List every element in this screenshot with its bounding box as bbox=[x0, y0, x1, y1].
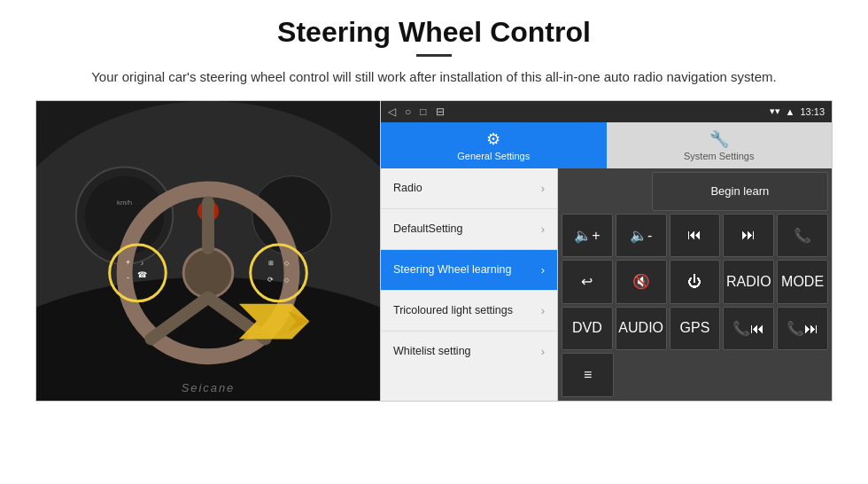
tab-bar: ⚙ General Settings 🔧 System Settings bbox=[381, 122, 832, 168]
prev-track-button[interactable]: ⏮ bbox=[670, 214, 721, 258]
chevron-icon: › bbox=[541, 263, 545, 277]
phone-next-icon: 📞⏭ bbox=[787, 320, 818, 337]
screen-icon[interactable]: ⊟ bbox=[436, 105, 445, 118]
chevron-icon: › bbox=[541, 222, 545, 236]
menu-icon: ≡ bbox=[584, 367, 592, 383]
mode-button[interactable]: MODE bbox=[777, 260, 828, 304]
menu-list: Radio › DefaultSetting › Steering Wheel … bbox=[381, 168, 558, 401]
empty-btn-2 bbox=[670, 353, 721, 397]
tab-general-settings[interactable]: ⚙ General Settings bbox=[381, 122, 607, 168]
status-bar: ◁ ○ □ ⊟ ▾▾ ▲ 13:13 bbox=[381, 101, 832, 122]
audio-label: AUDIO bbox=[618, 320, 663, 336]
empty-btn-1 bbox=[616, 353, 667, 397]
system-icon: 🔧 bbox=[709, 129, 729, 149]
empty-btn-3 bbox=[724, 353, 774, 397]
menu-default-label: DefaultSetting bbox=[393, 222, 463, 236]
menu-item-steering[interactable]: Steering Wheel learning › bbox=[381, 250, 557, 291]
dvd-button[interactable]: DVD bbox=[562, 307, 613, 351]
menu-item-tricoloured[interactable]: Tricoloured light settings › bbox=[381, 291, 557, 332]
recent-icon[interactable]: □ bbox=[420, 105, 426, 118]
gear-icon: ⚙ bbox=[486, 129, 500, 149]
btn-empty-left bbox=[562, 172, 649, 211]
mode-label-btn: MODE bbox=[781, 274, 824, 290]
svg-text:♪: ♪ bbox=[141, 259, 143, 265]
svg-text:km/h: km/h bbox=[117, 199, 132, 207]
phone-icon: 📞 bbox=[794, 227, 811, 244]
vol-up-button[interactable]: 🔈+ bbox=[562, 214, 613, 258]
call-button[interactable]: 📞 bbox=[777, 214, 828, 258]
signal-icon: ▲ bbox=[786, 106, 795, 117]
button-row-3: DVD AUDIO GPS 📞⏮ 📞⏭ bbox=[562, 307, 828, 351]
vol-down-icon: 🔈- bbox=[630, 227, 652, 244]
svg-text:⊞: ⊞ bbox=[268, 259, 274, 265]
menu-radio-label: Radio bbox=[393, 181, 422, 195]
page-container: Steering Wheel Control Your original car… bbox=[0, 0, 868, 484]
menu-item-radio[interactable]: Radio › bbox=[381, 168, 557, 209]
steering-wheel-svg: km/h + ♪ bbox=[36, 101, 380, 401]
tab-system-label: System Settings bbox=[684, 151, 754, 161]
menu-button[interactable]: ≡ bbox=[562, 353, 614, 397]
time-display: 13:13 bbox=[800, 106, 825, 117]
radio-button[interactable]: RADIO bbox=[723, 260, 774, 304]
button-row-0: Begin learn bbox=[562, 172, 828, 211]
phone-prev-button[interactable]: 📞⏮ bbox=[723, 307, 774, 351]
status-right: ▾▾ ▲ 13:13 bbox=[770, 105, 825, 117]
button-row-1: 🔈+ 🔈- ⏮ ⏭ 📞 bbox=[562, 214, 828, 258]
home-icon[interactable]: ○ bbox=[405, 105, 411, 118]
page-subtitle: Your original car's steering wheel contr… bbox=[91, 67, 777, 88]
chevron-icon: › bbox=[541, 182, 545, 195]
mute-icon: 🔇 bbox=[632, 273, 650, 290]
power-icon: ⏻ bbox=[687, 274, 701, 290]
empty-btn-4 bbox=[778, 353, 828, 397]
phone-prev-icon: 📞⏮ bbox=[732, 320, 764, 337]
audio-button[interactable]: AUDIO bbox=[616, 307, 667, 351]
button-row-4: ≡ bbox=[562, 353, 828, 397]
menu-tri-label: Tricoloured light settings bbox=[393, 303, 513, 317]
menu-item-whitelist[interactable]: Whitelist setting › bbox=[381, 332, 557, 372]
vol-down-button[interactable]: 🔈- bbox=[616, 214, 667, 258]
back-icon[interactable]: ◁ bbox=[388, 105, 396, 118]
phone-next-button[interactable]: 📞⏭ bbox=[777, 307, 828, 351]
dvd-label: DVD bbox=[572, 320, 602, 336]
svg-text:⟳: ⟳ bbox=[267, 275, 274, 283]
button-row-2: ↩ 🔇 ⏻ RADIO MODE bbox=[562, 260, 828, 304]
wifi-icon: ▾▾ bbox=[770, 105, 780, 117]
chevron-icon: › bbox=[541, 345, 545, 358]
menu-steering-label: Steering Wheel learning bbox=[393, 262, 511, 277]
begin-learn-button[interactable]: Begin learn bbox=[652, 172, 828, 211]
svg-text:+: + bbox=[126, 257, 130, 266]
svg-point-9 bbox=[183, 248, 233, 298]
page-title: Steering Wheel Control bbox=[277, 16, 591, 49]
button-grid: Begin learn 🔈+ 🔈- ⏮ ⏭ 📞 ↩ 🔇 ⏻ bbox=[558, 168, 832, 401]
tab-general-label: General Settings bbox=[457, 151, 530, 161]
android-panel: ◁ ○ □ ⊟ ▾▾ ▲ 13:13 ⚙ General Settings bbox=[381, 100, 833, 402]
gps-button[interactable]: GPS bbox=[670, 307, 721, 351]
menu-white-label: Whitelist setting bbox=[393, 344, 471, 358]
svg-text:-: - bbox=[127, 272, 129, 281]
steering-wheel-image: km/h + ♪ bbox=[35, 100, 381, 402]
vol-up-icon: 🔈+ bbox=[574, 227, 600, 244]
back-button[interactable]: ↩ bbox=[562, 260, 613, 304]
svg-text:Seicane: Seicane bbox=[182, 381, 236, 394]
return-icon: ↩ bbox=[581, 273, 593, 290]
gps-label: GPS bbox=[680, 320, 710, 336]
tab-system-settings[interactable]: 🔧 System Settings bbox=[607, 122, 833, 168]
next-track-button[interactable]: ⏭ bbox=[723, 214, 774, 258]
svg-text:☎: ☎ bbox=[137, 269, 147, 278]
next-icon: ⏭ bbox=[741, 227, 756, 243]
content-row: km/h + ♪ bbox=[35, 100, 833, 402]
radio-label-btn: RADIO bbox=[726, 274, 771, 290]
mute-button[interactable]: 🔇 bbox=[616, 260, 667, 304]
nav-icons: ◁ ○ □ ⊟ bbox=[388, 105, 445, 118]
power-button[interactable]: ⏻ bbox=[670, 260, 721, 304]
main-content: Radio › DefaultSetting › Steering Wheel … bbox=[381, 168, 832, 401]
prev-icon: ⏮ bbox=[687, 227, 701, 243]
menu-item-default[interactable]: DefaultSetting › bbox=[381, 209, 557, 250]
title-divider bbox=[416, 54, 452, 57]
chevron-icon: › bbox=[541, 304, 545, 317]
